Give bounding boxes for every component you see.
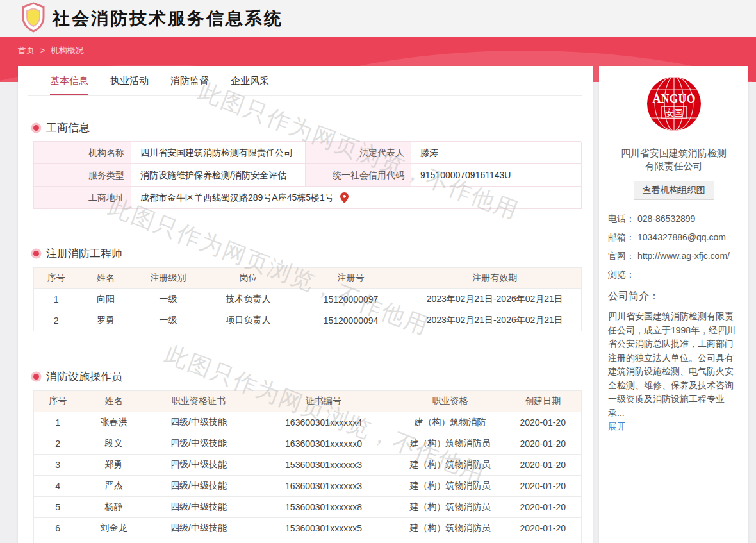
breadcrumb-home[interactable]: 首页 bbox=[18, 46, 35, 55]
table-row: 6刘金龙四级/中级技能153600301xxxxxx5建（构）筑物消防员2020… bbox=[34, 518, 582, 539]
table-cell: 段义 bbox=[82, 433, 146, 455]
tab-fire-supervision[interactable]: 消防监督 bbox=[170, 75, 209, 95]
company-intro-text: 四川省安国建筑消防检测有限责任公司，成立于1998年，经四川省公安消防总队批准，… bbox=[608, 310, 739, 420]
table-cell: 163600301xxxxxx4 bbox=[252, 412, 396, 433]
table-cell: 郑勇 bbox=[82, 455, 146, 476]
table-cell: 2023年02月21日-2026年02月21日 bbox=[409, 310, 582, 331]
table-cell: 2020-01-20 bbox=[505, 455, 582, 476]
tab-bar: 基本信息 执业活动 消防监督 企业风采 bbox=[28, 66, 582, 96]
tab-company-showcase[interactable]: 企业风采 bbox=[231, 75, 269, 95]
expand-link[interactable]: 展开 bbox=[608, 421, 626, 433]
table-cell: 罗勇 bbox=[79, 310, 133, 331]
company-intro-title: 公司简介： bbox=[608, 290, 739, 303]
tab-basic-info[interactable]: 基本信息 bbox=[50, 75, 88, 95]
table-row: 5杨静四级/中级技能153600301xxxxxx8建（构）筑物消防员2020-… bbox=[34, 497, 582, 518]
company-sidebar: ANGUO 安国 四川省安国建筑消防检测 有限责任公司 查看机构组织图 电话： … bbox=[599, 66, 748, 543]
table-cell: 一级 bbox=[133, 289, 204, 310]
operators-table-header: 序号姓名职业资格证书证书编号职业资格创建日期 bbox=[34, 391, 582, 412]
table-cell: 四级/中级技能 bbox=[146, 412, 252, 433]
table-cell: 建（构）筑物消防 bbox=[396, 412, 505, 433]
phone-label: 电话： bbox=[608, 212, 637, 225]
view-org-chart-button[interactable]: 查看机构组织图 bbox=[634, 181, 714, 200]
logo-text-en: ANGUO bbox=[652, 92, 695, 105]
table-cell: 建（构）筑物消防员 bbox=[396, 455, 505, 476]
table-cell: 四级/中级技能 bbox=[146, 518, 252, 539]
table-cell: 2020-01-20 bbox=[505, 476, 582, 497]
table-cell: 四级/中级技能 bbox=[146, 476, 252, 497]
table-cell: 2 bbox=[34, 433, 82, 455]
credit-code-label: 统一社会信用代码 bbox=[306, 164, 411, 187]
column-header: 注册号 bbox=[293, 268, 409, 289]
table-cell: 2020-01-20 bbox=[505, 497, 582, 518]
table-cell: 张春洪 bbox=[82, 412, 146, 433]
table-cell: 建（构）筑物消防员 bbox=[396, 539, 505, 543]
table-cell: 刘金龙 bbox=[82, 518, 146, 539]
table-row: 1向阳一级技术负责人151200000972023年02月21日-2026年02… bbox=[34, 289, 582, 310]
table-cell: 1 bbox=[34, 412, 82, 433]
table-cell: 2020-01-20 bbox=[505, 412, 582, 433]
breadcrumb-current: 机构概况 bbox=[51, 46, 84, 55]
table-cell: 1 bbox=[34, 289, 79, 310]
engineers-section-title: 注册消防工程师 bbox=[33, 246, 593, 261]
address-label: 工商地址 bbox=[34, 187, 131, 209]
table-cell: 四级/中级技能 bbox=[146, 433, 252, 455]
page-title: 社会消防技术服务信息系统 bbox=[53, 7, 283, 30]
table-cell: 一级 bbox=[133, 310, 204, 331]
table-cell: 5 bbox=[34, 497, 82, 518]
email-value: 1034327886@qq.com bbox=[637, 231, 726, 244]
table-row: 2段义四级/中级技能163600301xxxxxx0建（构）筑物消防员2020-… bbox=[34, 433, 582, 455]
table-cell: 153600301xxxxxx8 bbox=[252, 497, 396, 518]
table-cell: 7 bbox=[34, 539, 82, 543]
table-row: 1张春洪四级/中级技能163600301xxxxxx4建（构）筑物消防2020-… bbox=[34, 412, 582, 433]
table-cell: 2020-01-20 bbox=[505, 539, 582, 543]
website-link[interactable]: http://www.ag-xfjc.com/ bbox=[637, 249, 730, 262]
website-row: 官网： http://www.ag-xfjc.com/ bbox=[608, 249, 739, 262]
company-name: 四川省安国建筑消防检测 有限责任公司 bbox=[608, 147, 739, 172]
table-cell: 四级/中级技能 bbox=[146, 539, 252, 543]
breadcrumb: 首页 > 机构概况 bbox=[18, 45, 84, 56]
table-row: 2罗勇一级项目负责人151200000942023年02月21日-2026年02… bbox=[34, 310, 582, 331]
app-header: 社会消防技术服务信息系统 bbox=[0, 0, 756, 37]
website-label: 官网： bbox=[608, 249, 637, 262]
section-dot-icon bbox=[33, 251, 39, 256]
table-cell: 杨静 bbox=[82, 497, 146, 518]
table-cell: 建（构）筑物消防员 bbox=[396, 497, 505, 518]
credit-code-value: 91510000709161143U bbox=[411, 164, 582, 187]
column-header: 创建日期 bbox=[505, 391, 582, 412]
phone-row: 电话： 028-86532899 bbox=[608, 212, 739, 225]
table-cell: 四级/中级技能 bbox=[146, 455, 252, 476]
table-cell: 3 bbox=[34, 455, 82, 476]
column-header: 姓名 bbox=[79, 268, 133, 289]
table-cell: 15120000097 bbox=[293, 289, 409, 310]
email-label: 邮箱： bbox=[608, 231, 637, 244]
table-cell: 建（构）筑物消防员 bbox=[396, 433, 505, 455]
table-cell: 153600301xxxxxx6 bbox=[252, 539, 396, 543]
table-cell: 严杰 bbox=[82, 476, 146, 497]
column-header: 岗位 bbox=[204, 268, 293, 289]
table-cell: 163600301xxxxxx0 bbox=[252, 433, 396, 455]
table-cell: 技术负责人 bbox=[204, 289, 293, 310]
business-info-section-title: 工商信息 bbox=[33, 121, 593, 135]
main-content-card: 基本信息 执业活动 消防监督 企业风采 工商信息 机构名称 四川省安国建筑消防检… bbox=[18, 66, 593, 543]
column-header: 注册有效期 bbox=[409, 268, 582, 289]
tab-practice-activity[interactable]: 执业活动 bbox=[110, 75, 149, 95]
section-dot-icon bbox=[33, 374, 39, 380]
legal-rep-label: 法定代表人 bbox=[306, 142, 411, 164]
table-cell: 2023年02月21日-2026年02月21日 bbox=[409, 289, 582, 310]
contact-info: 电话： 028-86532899 邮箱： 1034327886@qq.com 官… bbox=[608, 212, 739, 281]
views-label: 浏览： bbox=[608, 268, 635, 281]
logo-text-cn: 安国 bbox=[665, 108, 683, 118]
location-pin-icon[interactable] bbox=[340, 195, 349, 205]
table-cell: 2 bbox=[34, 310, 79, 331]
table-cell: 邱菊 bbox=[82, 539, 146, 543]
table-row: 4严杰四级/中级技能163600301xxxxxx3建（构）筑物消防员2020-… bbox=[34, 476, 582, 497]
column-header: 姓名 bbox=[82, 391, 146, 412]
table-cell: 153600301xxxxxx5 bbox=[252, 518, 396, 539]
service-type-value: 消防设施维护保养检测/消防安全评估 bbox=[131, 164, 306, 187]
table-cell: 向阳 bbox=[79, 289, 133, 310]
legal-rep-value: 滕涛 bbox=[411, 142, 582, 164]
service-type-label: 服务类型 bbox=[34, 164, 131, 187]
org-name-value: 四川省安国建筑消防检测有限责任公司 bbox=[131, 142, 306, 164]
table-cell: 153600301xxxxxx3 bbox=[252, 455, 396, 476]
column-header: 序号 bbox=[34, 268, 79, 289]
